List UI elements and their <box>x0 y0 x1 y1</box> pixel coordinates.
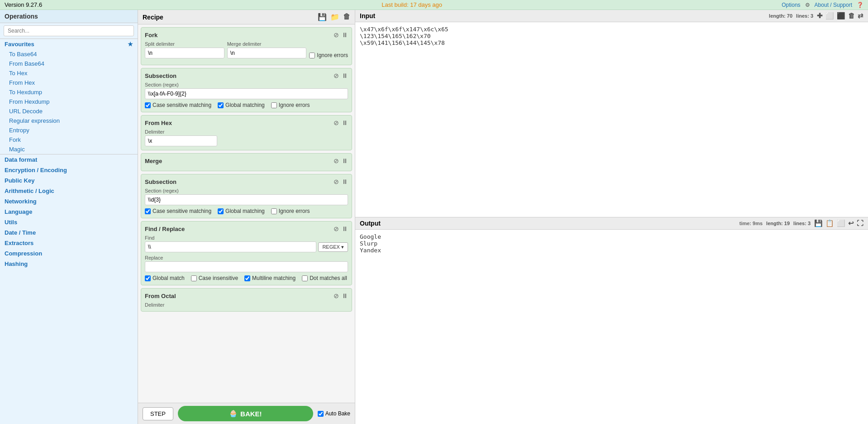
subsection1-global-matching[interactable]: Global matching <box>218 102 265 108</box>
card-subsection-2: Subsection ⊘ ⏸ Section (regex) Case sens… <box>141 174 352 218</box>
undo-output-icon[interactable]: ↩ <box>848 219 854 227</box>
sidebar-item-from-hex[interactable]: From Hex <box>0 78 138 87</box>
sidebar-item-fork[interactable]: Fork <box>0 135 138 145</box>
sidebar-item-to-base64[interactable]: To Base64 <box>0 49 138 59</box>
merge-delimiter-input[interactable] <box>227 48 307 58</box>
sidebar-section-language[interactable]: Language <box>0 207 138 217</box>
case-insensitive-checkbox[interactable] <box>191 275 197 281</box>
replace-input[interactable] <box>145 261 348 272</box>
sidebar-section-arithmetic[interactable]: Arithmetic / Logic <box>0 186 138 196</box>
subsection1-global-matching-label: Global matching <box>225 102 265 108</box>
subsection1-ignore-errors[interactable]: Ignore errors <box>271 102 310 108</box>
subsection1-global-matching-checkbox[interactable] <box>218 102 224 108</box>
subsection1-regex-input[interactable] <box>145 88 348 99</box>
global-match-checkbox[interactable] <box>145 275 151 281</box>
fullscreen-output-icon[interactable]: ⛶ <box>857 219 863 227</box>
disable-merge-icon[interactable]: ⊘ <box>334 157 339 164</box>
disable-subsection2-icon[interactable]: ⊘ <box>334 178 339 185</box>
expand-output-icon[interactable]: ⬜ <box>837 219 845 227</box>
sidebar-section-encryption[interactable]: Encryption / Encoding <box>0 165 138 175</box>
subsection2-ignore-errors[interactable]: Ignore errors <box>271 208 310 214</box>
help-icon[interactable]: ❓ <box>857 2 863 8</box>
clear-recipe-icon[interactable]: 🗑 <box>343 13 350 21</box>
subsection2-case-sensitive-checkbox[interactable] <box>145 208 151 214</box>
build-label: Last build: 17 days ago <box>382 1 442 8</box>
about-link[interactable]: About / Support <box>815 2 852 8</box>
disable-find-replace-icon[interactable]: ⊘ <box>334 225 339 232</box>
open-recipe-icon[interactable]: 📁 <box>330 13 339 21</box>
pause-subsection1-icon[interactable]: ⏸ <box>342 72 348 79</box>
regex-mode-btn[interactable]: REGEX ▾ <box>318 242 348 252</box>
save-recipe-icon[interactable]: 💾 <box>318 13 327 21</box>
disable-subsection1-icon[interactable]: ⊘ <box>334 72 339 79</box>
subsection2-ignore-errors-label: Ignore errors <box>279 208 310 214</box>
sidebar-section-datetime[interactable]: Date / Time <box>0 227 138 238</box>
subsection2-global-matching[interactable]: Global matching <box>218 208 265 214</box>
search-input[interactable] <box>4 25 134 36</box>
pause-from-hex-icon[interactable]: ⏸ <box>342 119 348 126</box>
pause-merge-icon[interactable]: ⏸ <box>342 157 348 164</box>
multiline-checkbox[interactable] <box>244 275 250 281</box>
split-delimiter-input[interactable] <box>145 48 224 58</box>
options-link[interactable]: Options <box>782 2 800 8</box>
card-find-replace: Find / Replace ⊘ ⏸ Find REGEX ▾ Replace <box>141 221 352 285</box>
subsection1-ignore-errors-checkbox[interactable] <box>271 102 277 108</box>
fork-ignore-errors-label: Ignore errors <box>317 52 348 58</box>
sidebar-section-extractors[interactable]: Extractors <box>0 238 138 248</box>
from-hex-delimiter-input[interactable] <box>145 135 217 146</box>
pause-subsection2-icon[interactable]: ⏸ <box>342 178 348 185</box>
global-match-checkbox-item[interactable]: Global match <box>145 275 185 281</box>
disable-fork-icon[interactable]: ⊘ <box>334 31 339 39</box>
disable-from-octal-icon[interactable]: ⊘ <box>334 292 339 299</box>
sidebar-item-to-hex[interactable]: To Hex <box>0 68 138 78</box>
expand-input-icon[interactable]: ⬜ <box>825 12 834 20</box>
auto-bake-checkbox[interactable] <box>318 411 324 417</box>
main-layout: Operations Favourites ★ To Base64 From B… <box>0 10 868 424</box>
sidebar-item-entropy[interactable]: Entropy <box>0 125 138 135</box>
subsection1-case-sensitive[interactable]: Case sensitive matching <box>145 102 211 108</box>
sidebar-item-from-base64[interactable]: From Base64 <box>0 59 138 68</box>
find-input[interactable] <box>145 241 316 252</box>
pause-find-replace-icon[interactable]: ⏸ <box>342 225 348 232</box>
dot-matches-checkbox[interactable] <box>302 275 308 281</box>
card-subsection-1-title: Subsection <box>145 72 176 79</box>
multiline-checkbox-item[interactable]: Multiline matching <box>244 275 296 281</box>
gear-icon[interactable]: ⚙ <box>805 2 810 8</box>
subsection2-ignore-errors-checkbox[interactable] <box>271 208 277 214</box>
dot-matches-checkbox-item[interactable]: Dot matches all <box>302 275 347 281</box>
save-output-icon[interactable]: 💾 <box>814 219 823 227</box>
sidebar-item-regex[interactable]: Regular expression <box>0 116 138 125</box>
sidebar-item-to-hexdump[interactable]: To Hexdump <box>0 87 138 97</box>
swap-io-icon[interactable]: ⇄ <box>858 12 863 20</box>
add-input-icon[interactable]: ✚ <box>817 12 823 20</box>
popout-input-icon[interactable]: ⬛ <box>837 12 845 20</box>
sidebar-favourites[interactable]: Favourites ★ <box>0 39 138 49</box>
case-insensitive-checkbox-item[interactable]: Case insensitive <box>191 275 238 281</box>
fork-ignore-errors[interactable]: Ignore errors <box>309 52 348 58</box>
sidebar-section-data-format[interactable]: Data format <box>0 154 138 165</box>
sidebar-item-from-hexdump[interactable]: From Hexdump <box>0 97 138 106</box>
sidebar-item-magic[interactable]: Magic <box>0 145 138 154</box>
subsection2-global-matching-checkbox[interactable] <box>218 208 224 214</box>
clear-input-icon[interactable]: 🗑 <box>848 12 855 20</box>
pause-from-octal-icon[interactable]: ⏸ <box>342 292 348 299</box>
sidebar-section-utils[interactable]: Utils <box>0 217 138 227</box>
case-insensitive-label: Case insensitive <box>199 275 238 281</box>
input-content[interactable]: \x47\x6f\x6f\x147\x6c\x65 \123\154\165\1… <box>355 22 868 217</box>
sidebar-section-hashing[interactable]: Hashing <box>0 259 138 269</box>
sidebar-section-public-key[interactable]: Public Key <box>0 175 138 186</box>
bake-button[interactable]: 🧁 BAKE! <box>178 406 313 421</box>
copy-output-icon[interactable]: 📋 <box>825 219 834 227</box>
step-button[interactable]: STEP <box>143 407 173 420</box>
sidebar-item-url-decode[interactable]: URL Decode <box>0 106 138 116</box>
subsection2-regex-input[interactable] <box>145 194 348 205</box>
recipe-icons: 💾 📁 🗑 <box>318 13 350 21</box>
auto-bake-container: Auto Bake <box>318 410 350 417</box>
disable-from-hex-icon[interactable]: ⊘ <box>334 119 339 126</box>
pause-fork-icon[interactable]: ⏸ <box>342 31 348 39</box>
subsection2-case-sensitive[interactable]: Case sensitive matching <box>145 208 211 214</box>
sidebar-section-networking[interactable]: Networking <box>0 196 138 207</box>
fork-ignore-errors-checkbox[interactable] <box>309 53 315 58</box>
sidebar-section-compression[interactable]: Compression <box>0 248 138 259</box>
subsection1-case-sensitive-checkbox[interactable] <box>145 102 151 108</box>
